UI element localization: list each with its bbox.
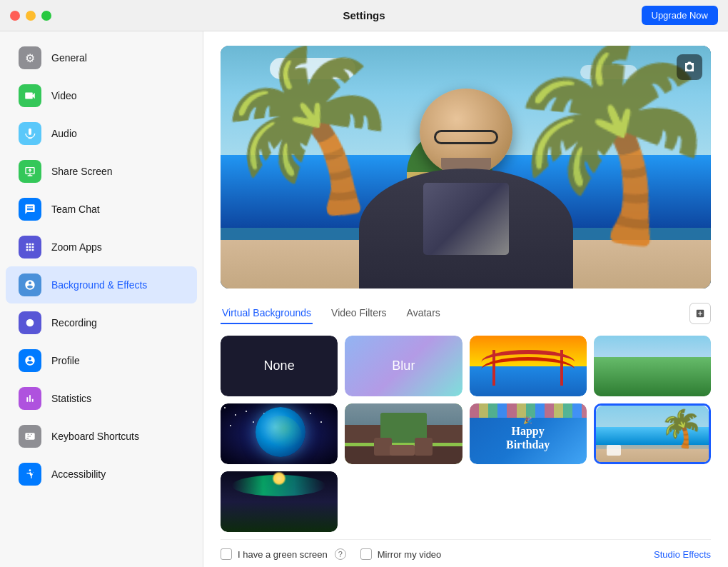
none-label: None <box>221 336 338 396</box>
background-effects-icon <box>19 274 41 296</box>
sidebar-label-background-effects: Background & Effects <box>51 279 147 291</box>
background-bridge[interactable] <box>470 336 587 396</box>
capture-button[interactable] <box>677 54 702 80</box>
background-none[interactable]: None <box>221 336 338 396</box>
sidebar-item-statistics[interactable]: Statistics <box>6 380 197 417</box>
team-chat-icon <box>19 198 41 221</box>
green-screen-label: I have a green screen <box>238 549 328 560</box>
sidebar-label-accessibility: Accessibility <box>51 468 106 480</box>
traffic-lights <box>10 11 51 21</box>
sidebar-item-audio[interactable]: Audio <box>6 115 197 152</box>
svg-point-0 <box>26 319 34 327</box>
main-layout: ⚙ General Video Audio <box>0 31 728 567</box>
sidebar-item-keyboard-shortcuts[interactable]: Keyboard Shortcuts <box>6 418 197 455</box>
person-head <box>420 89 512 176</box>
sidebar-label-team-chat: Team Chat <box>51 204 100 215</box>
bridge-bg <box>470 336 587 396</box>
statistics-icon <box>19 387 41 410</box>
tab-avatars[interactable]: Avatars <box>405 303 442 324</box>
space-bg <box>221 403 338 464</box>
person-overlay <box>345 81 587 288</box>
tab-virtual-backgrounds[interactable]: Virtual Backgrounds <box>221 303 313 324</box>
background-birthday[interactable]: 🎉 HappyBirthday <box>470 403 587 464</box>
mirror-video-label: Mirror my video <box>378 549 442 560</box>
sidebar-item-profile[interactable]: Profile <box>6 342 197 379</box>
add-background-button[interactable] <box>689 303 711 324</box>
background-blur[interactable]: Blur <box>345 336 462 396</box>
background-grid-row3 <box>221 471 711 532</box>
mirror-video-checkbox[interactable] <box>360 548 372 560</box>
sidebar-label-statistics: Statistics <box>51 393 91 404</box>
background-grid: None Blur <box>221 336 711 464</box>
video-frame: 🌴 🌴 <box>221 46 711 288</box>
zoom-apps-icon <box>19 236 41 259</box>
sidebar: ⚙ General Video Audio <box>0 31 203 567</box>
sidebar-label-recording: Recording <box>51 317 97 328</box>
green-screen-help-icon[interactable]: ? <box>335 548 346 560</box>
mirror-video-option: Mirror my video <box>360 548 442 560</box>
green-screen-checkbox[interactable] <box>221 548 232 560</box>
background-space[interactable] <box>221 403 338 464</box>
sidebar-item-video[interactable]: Video <box>6 77 197 114</box>
close-button[interactable] <box>10 11 20 21</box>
sidebar-label-profile: Profile <box>51 355 80 366</box>
sidebar-label-keyboard-shortcuts: Keyboard Shortcuts <box>51 431 139 442</box>
sidebar-label-audio: Audio <box>51 128 77 139</box>
grass-bg <box>594 336 711 396</box>
person-body <box>359 169 573 288</box>
sidebar-item-zoom-apps[interactable]: Zoom Apps <box>6 229 197 266</box>
background-aurora[interactable] <box>221 471 338 532</box>
audio-icon <box>19 122 41 145</box>
sidebar-item-recording[interactable]: Recording <box>6 304 197 341</box>
background-beach-selected[interactable]: 🌴 <box>594 403 711 464</box>
title-bar: Settings Upgrade Now <box>0 0 728 31</box>
birthday-bg: 🎉 HappyBirthday <box>470 403 587 464</box>
blur-label: Blur <box>345 336 462 396</box>
minimize-button[interactable] <box>26 11 36 21</box>
video-preview: 🌴 🌴 <box>221 46 711 288</box>
sidebar-label-video: Video <box>51 90 77 101</box>
sidebar-label-share-screen: Share Screen <box>51 166 113 177</box>
bottom-bar: I have a green screen ? Mirror my video … <box>221 539 711 563</box>
sidebar-item-general[interactable]: ⚙ General <box>6 39 197 76</box>
person-glasses <box>434 130 498 144</box>
aurora-bg <box>221 471 338 532</box>
window-title: Settings <box>343 9 385 21</box>
tab-video-filters[interactable]: Video Filters <box>330 303 388 324</box>
studio-effects-link[interactable]: Studio Effects <box>654 549 711 560</box>
upgrade-now-button[interactable]: Upgrade Now <box>642 6 719 25</box>
background-grass[interactable] <box>594 336 711 396</box>
fullscreen-button[interactable] <box>41 11 51 21</box>
recording-icon <box>19 311 41 334</box>
sidebar-label-general: General <box>51 52 87 64</box>
tabs-bar: Virtual Backgrounds Video Filters Avatar… <box>221 303 711 324</box>
share-screen-icon <box>19 160 41 183</box>
accessibility-icon <box>19 463 41 486</box>
general-icon: ⚙ <box>19 46 41 69</box>
video-icon <box>19 84 41 107</box>
keyboard-shortcuts-icon <box>19 425 41 448</box>
beach-selected-bg: 🌴 <box>596 406 709 464</box>
sidebar-item-team-chat[interactable]: Team Chat <box>6 191 197 228</box>
sidebar-item-background-effects[interactable]: Background & Effects <box>6 266 197 303</box>
sidebar-item-share-screen[interactable]: Share Screen <box>6 153 197 190</box>
green-screen-option: I have a green screen ? <box>221 548 346 560</box>
background-room[interactable] <box>345 403 462 464</box>
sidebar-item-accessibility[interactable]: Accessibility <box>6 456 197 493</box>
content-area: 🌴 🌴 Virtual Backgrounds Video Filte <box>203 31 728 567</box>
svg-point-1 <box>29 469 31 471</box>
profile-icon <box>19 349 41 372</box>
sidebar-label-zoom-apps: Zoom Apps <box>51 241 102 253</box>
